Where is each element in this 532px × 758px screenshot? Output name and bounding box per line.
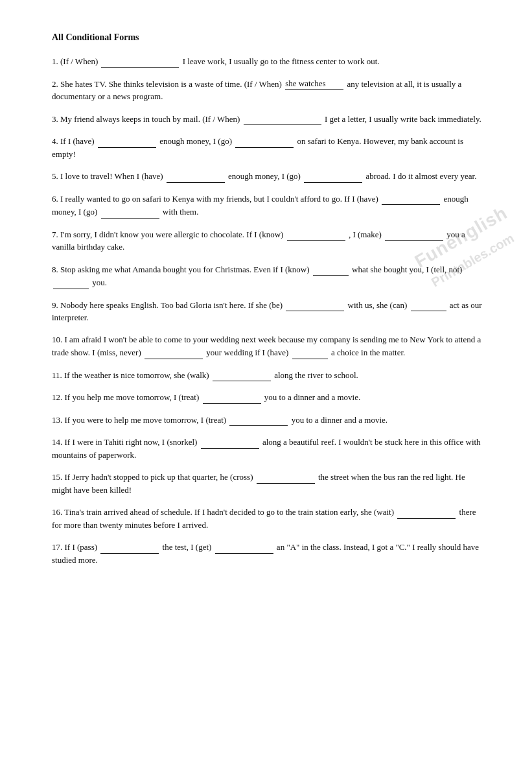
blank-10-1[interactable] [145, 346, 203, 359]
item-text-2: a choice in the matter. [331, 348, 405, 357]
item-number: 16. Tina's train arrived ahead of schedu… [52, 507, 394, 517]
exercise-item-4: 4. If I (have) enough money, I (go) on s… [52, 134, 487, 160]
blank-4-2[interactable] [235, 134, 294, 148]
page: Funenglish Printables.com All Conditiona… [0, 0, 532, 758]
exercise-item-16: 16. Tina's train arrived ahead of schedu… [52, 505, 487, 531]
exercise-item-12: 12. If you help me move tomorrow, I (tre… [52, 390, 487, 404]
exercise-item-5: 5. I love to travel! When I (have) enoug… [52, 169, 487, 183]
blank-12-1[interactable] [203, 390, 261, 404]
exercise-item-14: 14. If I were in Tahiti right now, I (sn… [52, 435, 487, 461]
item-text: enough money, I (go) [228, 171, 301, 181]
blank-6-2[interactable] [101, 205, 159, 219]
item-text: what she bought you, I (tell, not) [352, 265, 462, 274]
blank-1-1[interactable] [101, 54, 179, 68]
blank-17-1[interactable] [100, 540, 159, 554]
item-number: 11. If the weather is nice tomorrow, she… [52, 370, 209, 380]
item-text: you to a dinner and a movie. [264, 392, 360, 402]
item-text-2: abroad. I do it almost every year. [365, 171, 476, 181]
blank-4-1[interactable] [98, 134, 156, 148]
blank-5-1[interactable] [167, 169, 225, 183]
exercise-item-10: 10. I am afraid I won't be able to come … [52, 333, 487, 359]
item-number: 15. If Jerry hadn't stopped to pick up t… [52, 472, 253, 482]
blank-7-2[interactable] [385, 228, 443, 241]
blank-3-1[interactable] [244, 112, 321, 126]
blank-2-1[interactable]: she watches [285, 77, 343, 91]
exercise-item-13: 13. If you were to help me move tomorrow… [52, 413, 487, 427]
item-number: 5. I love to travel! When I (have) [52, 171, 163, 181]
exercise-item-6: 6. I really wanted to go on safari to Ke… [52, 192, 487, 219]
item-number: 12. If you help me move tomorrow, I (tre… [52, 392, 199, 402]
blank-9-2[interactable] [411, 298, 446, 312]
item-text-2: you. [92, 278, 107, 287]
exercise-item-8: 8. Stop asking me what Amanda bought you… [52, 263, 487, 289]
item-text: , I (make) [349, 230, 382, 239]
blank-9-1[interactable] [286, 298, 344, 312]
blank-15-1[interactable] [257, 470, 315, 484]
exercise-item-1: 1. (If / When) I leave work, I usually g… [52, 54, 487, 68]
item-number: 6. I really wanted to go on safari to Ke… [52, 194, 378, 204]
blank-8-1[interactable] [313, 263, 349, 276]
blank-6-1[interactable] [382, 192, 440, 206]
exercise-item-17: 17. If I (pass) the test, I (get) an "A"… [52, 540, 487, 566]
blank-16-1[interactable] [397, 505, 456, 519]
item-number: 8. Stop asking me what Amanda bought you… [52, 265, 310, 274]
item-text: I get a letter, I usually write back imm… [325, 114, 481, 124]
exercise-item-11: 11. If the weather is nice tomorrow, she… [52, 368, 487, 382]
item-text-2: with them. [163, 207, 199, 217]
item-number: 7. I'm sorry, I didn't know you were all… [52, 230, 283, 239]
item-number: 14. If I were in Tahiti right now, I (sn… [52, 437, 197, 447]
item-number: 4. If I (have) [52, 136, 95, 146]
exercise-item-9: 9. Nobody here speaks English. Too bad G… [52, 298, 487, 324]
item-text: I leave work, I usually go to the fitnes… [183, 56, 380, 66]
blank-13-1[interactable] [229, 413, 288, 427]
item-text: with us, she (can) [348, 300, 408, 310]
blank-8-2[interactable] [53, 276, 89, 289]
item-number: 17. If I (pass) [52, 542, 97, 552]
blank-17-2[interactable] [215, 540, 273, 554]
item-number: 13. If you were to help me move tomorrow… [52, 415, 226, 425]
page-title: All Conditional Forms [52, 32, 487, 43]
item-number: 2. She hates TV. She thinks television i… [52, 79, 282, 89]
item-text: your wedding if I (have) [206, 348, 288, 357]
blank-11-1[interactable] [213, 368, 271, 382]
item-text: enough money, I (go) [159, 136, 232, 146]
blank-10-2[interactable] [292, 346, 328, 359]
item-text: the test, I (get) [163, 542, 212, 552]
item-text: you to a dinner and a movie. [292, 415, 387, 425]
item-text: along the river to school. [274, 370, 358, 380]
item-number: 1. (If / When) [52, 56, 98, 66]
item-number: 9. Nobody here speaks English. Too bad G… [52, 300, 283, 310]
exercise-item-2: 2. She hates TV. She thinks television i… [52, 77, 487, 103]
exercise-item-15: 15. If Jerry hadn't stopped to pick up t… [52, 470, 487, 496]
blank-5-2[interactable] [304, 169, 362, 183]
exercise-item-7: 7. I'm sorry, I didn't know you were all… [52, 228, 487, 254]
blank-7-1[interactable] [287, 228, 345, 241]
blank-14-1[interactable] [201, 435, 259, 449]
exercise-item-3: 3. My friend always keeps in touch by ma… [52, 112, 487, 126]
item-number: 3. My friend always keeps in touch by ma… [52, 114, 240, 124]
